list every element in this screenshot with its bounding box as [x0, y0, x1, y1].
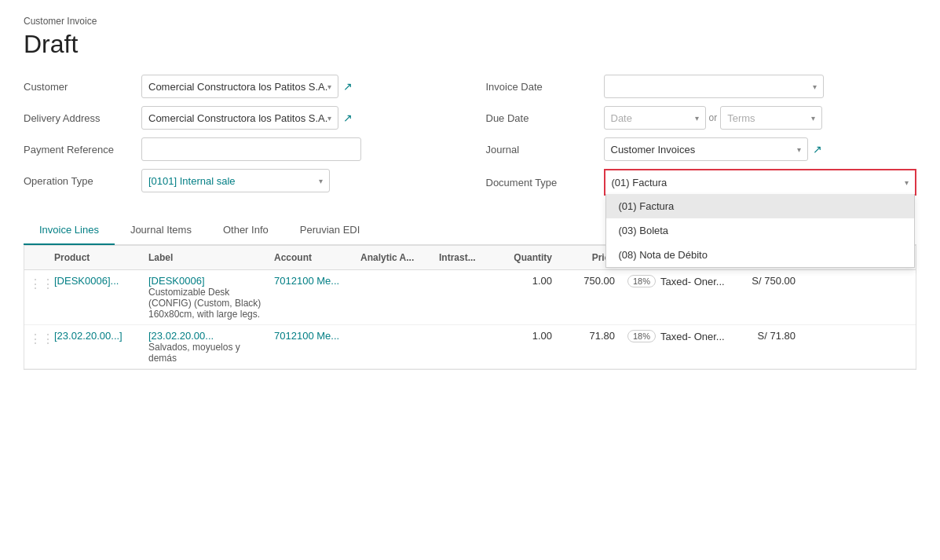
customer-input-text: Comercial Constructora los Patitos S.A.: [148, 81, 327, 93]
due-date-placeholder: Date: [611, 112, 632, 124]
document-type-value: (01) Factura ▾ (01) Factura (03) Boleta …: [604, 169, 917, 196]
th-intrast: Intrast...: [433, 252, 496, 263]
operation-type-label: Operation Type: [24, 175, 141, 187]
journal-input[interactable]: Customer Invoices ▾: [604, 137, 808, 161]
document-type-row: Document Type (01) Factura ▾ (01) Factur…: [486, 169, 917, 196]
tab-peruvian-edi[interactable]: Peruvian EDI: [284, 216, 376, 245]
row2-price: 71.80: [558, 330, 621, 342]
delivery-address-label: Delivery Address: [24, 112, 141, 124]
row2-label: [23.02.20.00... Salvados, moyuelos y dem…: [142, 330, 268, 364]
document-type-label: Document Type: [486, 177, 604, 188]
customer-value: Comercial Constructora los Patitos S.A. …: [141, 75, 455, 98]
form-right-col: Invoice Date ▾ Due Date Date ▾ or: [486, 75, 917, 203]
journal-external-link-icon[interactable]: ↗: [813, 143, 822, 156]
payment-ref-label: Payment Reference: [24, 144, 141, 156]
row2-product[interactable]: [23.02.20.00...]: [48, 330, 142, 342]
tab-invoice-lines[interactable]: Invoice Lines: [24, 216, 115, 245]
page-title: Draft: [24, 30, 916, 59]
th-label: Label: [142, 252, 268, 263]
row2-account[interactable]: 7012100 Me...: [268, 330, 354, 342]
due-date-arrow: ▾: [695, 114, 699, 123]
customer-row: Customer Comercial Constructora los Pati…: [24, 75, 455, 98]
tab-other-info[interactable]: Other Info: [207, 216, 284, 245]
form-left-col: Customer Comercial Constructora los Pati…: [24, 75, 455, 203]
operation-type-input[interactable]: [0101] Internal sale ▾: [141, 169, 330, 192]
payment-ref-row: Payment Reference: [24, 137, 455, 161]
th-analytic: Analytic A...: [354, 252, 433, 263]
th-quantity: Quantity: [496, 252, 558, 263]
operation-type-text: [0101] Internal sale: [148, 175, 236, 187]
document-type-arrow: ▾: [905, 178, 909, 187]
document-type-input[interactable]: (01) Factura ▾: [605, 170, 916, 194]
row1-product[interactable]: [DESK0006]...: [48, 275, 142, 287]
row2-tax-label: Taxed- Oner...: [660, 331, 725, 342]
delivery-address-row: Delivery Address Comercial Constructora …: [24, 106, 455, 130]
row2-label-sub: Salvados, moyuelos y demás: [148, 342, 262, 364]
row1-tax: 18% Taxed- Oner...: [621, 275, 731, 287]
customer-external-link-icon[interactable]: ↗: [343, 80, 353, 93]
due-date-row: Due Date Date ▾ or Terms ▾: [486, 106, 917, 130]
row2-tax-badge: 18%: [627, 330, 656, 342]
tab-journal-items[interactable]: Journal Items: [115, 216, 207, 245]
journal-text: Customer Invoices: [611, 144, 696, 156]
document-type-text: (01) Factura: [612, 177, 668, 188]
terms-input[interactable]: Terms ▾: [720, 106, 822, 130]
due-date-input[interactable]: Date ▾: [604, 106, 706, 130]
delivery-address-input[interactable]: Comercial Constructora los Patitos S.A. …: [141, 106, 338, 130]
page-subtitle: Customer Invoice: [24, 16, 916, 27]
dropdown-option-factura[interactable]: (01) Factura: [606, 194, 915, 218]
delivery-dropdown-arrow: ▾: [327, 114, 331, 123]
row1-price: 750.00: [558, 275, 621, 287]
invoice-date-row: Invoice Date ▾: [486, 75, 917, 98]
customer-label: Customer: [24, 81, 141, 93]
terms-placeholder: Terms: [727, 112, 755, 124]
row2-subtotal: S/ 71.80: [731, 330, 802, 342]
delivery-address-value: Comercial Constructora los Patitos S.A. …: [141, 106, 455, 130]
row1-account[interactable]: 7012100 Me...: [268, 275, 354, 287]
journal-value: Customer Invoices ▾ ↗: [604, 137, 917, 161]
operation-type-value: [0101] Internal sale ▾: [141, 169, 455, 192]
invoice-date-input[interactable]: ▾: [604, 75, 824, 98]
row1-label-main[interactable]: [DESK0006]: [148, 275, 262, 287]
due-date-value: Date ▾ or Terms ▾: [604, 106, 917, 130]
invoice-date-value: ▾: [604, 75, 917, 98]
customer-dropdown-arrow: ▾: [327, 82, 331, 91]
row1-tax-label: Taxed- Oner...: [660, 276, 725, 287]
or-text: or: [709, 112, 718, 123]
customer-input[interactable]: Comercial Constructora los Patitos S.A. …: [141, 75, 338, 98]
journal-label: Journal: [486, 144, 604, 156]
delivery-address-text: Comercial Constructora los Patitos S.A.: [148, 112, 327, 124]
row2-label-main[interactable]: [23.02.20.00...: [148, 330, 262, 342]
row2-quantity: 1.00: [496, 330, 558, 342]
invoice-date-label: Invoice Date: [486, 81, 604, 93]
row2-tax: 18% Taxed- Oner...: [621, 330, 731, 342]
terms-arrow: ▾: [811, 114, 815, 123]
operation-type-row: Operation Type [0101] Internal sale ▾: [24, 169, 455, 192]
delivery-external-link-icon[interactable]: ↗: [343, 112, 353, 124]
row1-label: [DESK0006] Customizable Desk (CONFIG) (C…: [142, 275, 268, 320]
th-product: Product: [48, 252, 142, 263]
payment-ref-input[interactable]: [141, 137, 361, 161]
invoice-date-arrow: ▾: [813, 82, 817, 91]
payment-ref-value: [141, 137, 455, 161]
row1-quantity: 1.00: [496, 275, 558, 287]
journal-row: Journal Customer Invoices ▾ ↗: [486, 137, 917, 161]
document-type-dropdown: (01) Factura (03) Boleta (08) Nota de Dé…: [605, 194, 916, 268]
journal-arrow: ▾: [797, 145, 801, 154]
row1-label-sub: Customizable Desk (CONFIG) (Custom, Blac…: [148, 287, 262, 320]
operation-type-dropdown-arrow: ▾: [319, 177, 323, 185]
row1-subtotal: S/ 750.00: [731, 275, 802, 287]
table-row: ⋮⋮ [23.02.20.00...] [23.02.20.00... Salv…: [24, 325, 916, 369]
table-row: ⋮⋮ [DESK0006]... [DESK0006] Customizable…: [24, 270, 916, 325]
dropdown-option-nota-debito[interactable]: (08) Nota de Débito: [606, 243, 915, 267]
due-date-label: Due Date: [486, 112, 604, 124]
th-account: Account: [268, 252, 354, 263]
dropdown-option-boleta[interactable]: (03) Boleta: [606, 218, 915, 243]
row1-tax-badge: 18%: [627, 275, 656, 287]
